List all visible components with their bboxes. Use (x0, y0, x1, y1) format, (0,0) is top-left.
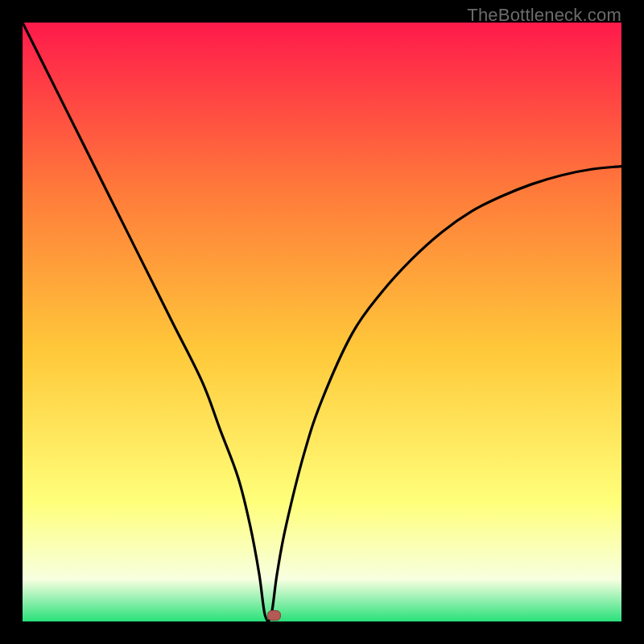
bottleneck-chart (23, 23, 621, 621)
optimum-marker (267, 611, 280, 621)
plot-area (23, 23, 621, 621)
gradient-background (23, 23, 621, 621)
chart-frame: TheBottleneck.com (0, 0, 644, 644)
